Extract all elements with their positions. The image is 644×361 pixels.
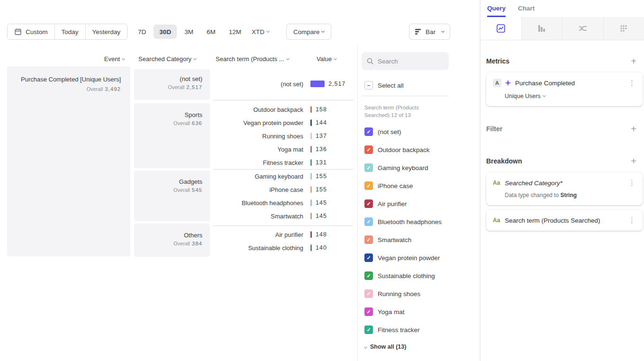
measurement-label: Unique Users (505, 93, 541, 99)
term-checkbox[interactable]: ✓ (364, 271, 373, 280)
term-checkbox[interactable]: ✓ (364, 289, 373, 298)
category-cell[interactable]: OthersOverall384 (134, 224, 210, 257)
term-row[interactable]: Fitness tracker131 (213, 156, 355, 169)
term-row[interactable]: Yoga mat136 (213, 143, 355, 156)
chevron-down-icon (441, 29, 444, 33)
term-filter-item[interactable]: ✓Running shoes (364, 285, 480, 303)
tab-flows[interactable] (562, 17, 603, 40)
term-filter-label: Air purifier (378, 200, 407, 208)
rows-layer: (not set)2,517Outdoor backpack158Vegan p… (213, 0, 355, 361)
add-filter-button[interactable]: + (629, 124, 638, 134)
category-name: Sports (134, 111, 202, 118)
metric-menu-button[interactable]: ⋮ (627, 79, 637, 87)
legend-search[interactable] (362, 52, 449, 70)
term-label: iPhone case (213, 186, 303, 193)
term-filter-item[interactable]: ✓(not set) (364, 123, 480, 141)
metrics-section-header: Metrics + (486, 56, 638, 66)
select-all-checkbox[interactable]: – (364, 81, 373, 90)
term-filter-item[interactable]: ✓Vegan protein powder (364, 249, 480, 267)
chart-type-button[interactable]: Bar (409, 24, 450, 40)
metrics-title: Metrics (486, 57, 509, 65)
report-type-tabs (481, 17, 644, 40)
breakdown-menu-button[interactable]: ⋮ (627, 179, 637, 187)
column-header-event[interactable]: Event (7, 55, 125, 63)
term-checkbox[interactable]: ✓ (364, 181, 373, 190)
category-cell[interactable]: SportsOverall636 (134, 103, 210, 168)
term-checkbox[interactable]: ✓ (364, 253, 373, 262)
measurement-selector[interactable]: Unique Users (505, 93, 637, 99)
term-label: Gaming keyboard (213, 173, 303, 180)
tab-insights[interactable] (481, 17, 521, 40)
term-checkbox[interactable]: ✓ (364, 145, 373, 154)
value-label: 136 (316, 146, 327, 153)
term-checkbox[interactable]: ✓ (364, 325, 373, 334)
note-value: String (560, 192, 577, 199)
term-filter-item[interactable]: ✓Gaming keyboard (364, 159, 480, 177)
search-input[interactable] (378, 58, 439, 65)
category-cell[interactable]: (not set)Overall2,517 (134, 69, 210, 100)
custom-range-button[interactable]: Custom (8, 24, 54, 39)
term-checkbox[interactable]: ✓ (364, 163, 373, 172)
check-icon: ✓ (366, 237, 371, 243)
breakdown-menu-button[interactable]: ⋮ (627, 216, 637, 225)
value-label: 155 (316, 173, 327, 180)
legend-group-label: Search term (Products Searched) 12 of 13 (364, 104, 438, 119)
category-name: (not set) (134, 75, 202, 82)
add-metric-button[interactable]: + (629, 56, 638, 66)
term-row[interactable]: Outdoor backpack158 (213, 103, 355, 116)
term-row[interactable]: Bluetooth headphones145 (213, 196, 355, 209)
metric-card[interactable]: A Purchase Completed ⋮ Unique Users (486, 72, 643, 106)
value-label: 131 (316, 159, 327, 166)
term-row[interactable]: Air purifier148 (213, 228, 355, 241)
preset-yesterday[interactable]: Yesterday (85, 24, 127, 39)
term-filter-label: Vegan protein powder (378, 254, 440, 262)
category-overall: Overall636 (134, 120, 202, 126)
overall-label: Overall (173, 187, 190, 193)
term-checkbox[interactable]: ✓ (364, 235, 373, 244)
term-filter-item[interactable]: ✓Outdoor backpack (364, 141, 480, 159)
term-row[interactable]: Smartwatch145 (213, 209, 355, 223)
tab-funnels[interactable] (521, 17, 562, 40)
term-filter-item[interactable]: ✓Air purifier (364, 195, 480, 213)
term-filter-item[interactable]: ✓Smartwatch (364, 231, 480, 249)
breakdown-card[interactable]: Aa Search term (Products Searched) ⋮ (486, 210, 643, 231)
term-filter-item[interactable]: ✓Bluetooth headphones (364, 213, 480, 231)
overall-value: 2,517 (186, 84, 202, 90)
term-row[interactable]: (not set)2,517 (213, 77, 355, 90)
term-checkbox[interactable]: ✓ (364, 307, 373, 316)
tab-query[interactable]: Query (487, 5, 506, 17)
tab-chart[interactable]: Chart (518, 5, 535, 17)
term-row[interactable]: Vegan protein powder144 (213, 116, 355, 129)
select-all[interactable]: – Select all (364, 80, 480, 91)
category-cell[interactable]: GadgetsOverall545 (134, 171, 210, 221)
value-label: 140 (316, 244, 327, 251)
show-all-label: Show all (13) (370, 343, 406, 350)
term-row[interactable]: iPhone case155 (213, 183, 355, 196)
term-filter-label: Smartwatch (378, 236, 411, 244)
term-checkbox[interactable]: ✓ (364, 127, 373, 136)
value-bar (310, 133, 312, 139)
term-filter-item[interactable]: ✓Fitness tracker (364, 321, 480, 339)
term-filter-label: Fitness tracker (378, 326, 420, 334)
term-filter-item[interactable]: ✓Sustainable clothing (364, 267, 480, 285)
value-bar (310, 186, 312, 193)
preset-today[interactable]: Today (54, 24, 85, 39)
term-row[interactable]: Gaming keyboard155 (213, 170, 355, 183)
chevron-down-icon (364, 345, 367, 349)
tab-retention[interactable] (603, 17, 644, 40)
date-range-group: Custom Today Yesterday (7, 24, 127, 40)
term-row[interactable]: Sustainable clothing140 (213, 241, 355, 254)
term-row[interactable]: Running shoes137 (213, 129, 355, 143)
event-cell[interactable]: Purchase Completed [Unique Users] Overal… (7, 66, 130, 256)
show-all-button[interactable]: Show all (13) (364, 343, 480, 350)
term-filter-label: Running shoes (378, 290, 420, 298)
breakdown-card[interactable]: Aa Searched Category* ⋮ Data type change… (486, 172, 643, 205)
term-checkbox[interactable]: ✓ (364, 217, 373, 226)
term-filter-item[interactable]: ✓Yoga mat (364, 303, 480, 321)
event-overall: Overall3,492 (13, 86, 121, 92)
add-breakdown-button[interactable]: + (629, 156, 638, 166)
term-checkbox[interactable]: ✓ (364, 199, 373, 208)
column-header-label: Event (104, 55, 120, 63)
term-label: Sustainable clothing (213, 244, 303, 252)
term-filter-item[interactable]: ✓iPhone case (364, 177, 480, 195)
